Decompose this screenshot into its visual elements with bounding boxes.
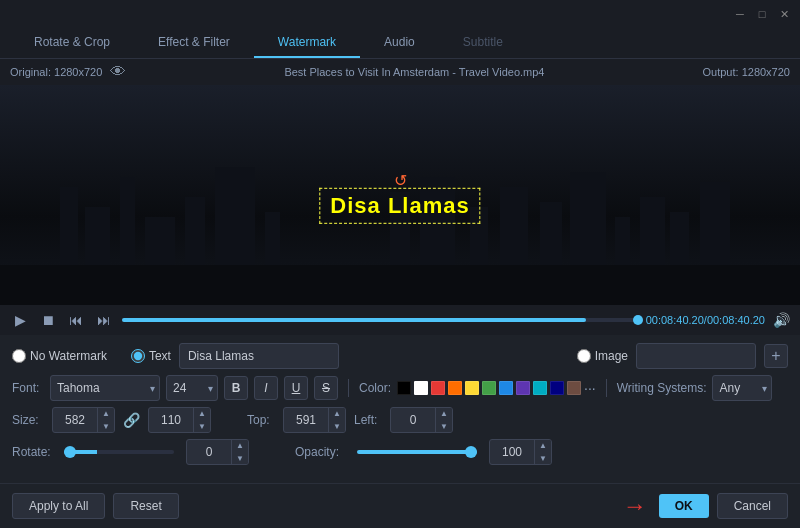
image-path-input[interactable]	[636, 343, 756, 369]
swatch-black[interactable]	[397, 381, 411, 395]
next-button[interactable]: ⏭	[94, 310, 114, 330]
ok-button[interactable]: OK	[659, 494, 709, 518]
rotate-input-wrap: ▲ ▼	[186, 439, 249, 465]
top-down[interactable]: ▼	[329, 420, 345, 433]
italic-button[interactable]: I	[254, 376, 278, 400]
text-option[interactable]: Text	[131, 349, 171, 363]
bottom-row: Apply to All Reset → OK Cancel	[0, 483, 800, 528]
video-filename: Best Places to Visit In Amsterdam - Trav…	[284, 66, 544, 78]
cancel-button[interactable]: Cancel	[717, 493, 788, 519]
playback-bar: ▶ ⏹ ⏮ ⏭ 00:08:40.20/00:08:40.20 🔊	[0, 305, 800, 335]
height-up[interactable]: ▲	[194, 407, 210, 420]
rotate-input[interactable]	[187, 445, 231, 459]
link-dimensions-icon[interactable]: 🔗	[123, 412, 140, 428]
title-bar: ─ □ ✕	[0, 0, 800, 28]
left-input-wrap: ▲ ▼	[390, 407, 453, 433]
swatch-brown[interactable]	[567, 381, 581, 395]
progress-bar[interactable]	[122, 318, 638, 322]
writing-select-wrap: Any	[712, 375, 772, 401]
font-size-select-wrap: 24	[166, 375, 218, 401]
action-buttons: Apply to All Reset	[12, 493, 179, 519]
color-swatches: ···	[397, 380, 596, 396]
writing-select[interactable]: Any	[712, 375, 772, 401]
tab-effect-filter[interactable]: Effect & Filter	[134, 28, 254, 58]
opacity-slider[interactable]	[357, 450, 477, 454]
close-button[interactable]: ✕	[776, 6, 792, 22]
add-image-button[interactable]: +	[764, 344, 788, 368]
font-family-select[interactable]: Tahoma	[50, 375, 160, 401]
swatch-red[interactable]	[431, 381, 445, 395]
swatch-navy[interactable]	[550, 381, 564, 395]
top-up[interactable]: ▲	[329, 407, 345, 420]
swatch-green[interactable]	[482, 381, 496, 395]
swatch-orange[interactable]	[448, 381, 462, 395]
opacity-up[interactable]: ▲	[535, 439, 551, 452]
main-action-buttons: → OK Cancel	[623, 492, 788, 520]
play-button[interactable]: ▶	[10, 310, 30, 330]
rotate-handle[interactable]: ↺	[394, 171, 407, 190]
stop-button[interactable]: ⏹	[38, 310, 58, 330]
height-input-wrap: ▲ ▼	[148, 407, 211, 433]
more-colors-button[interactable]: ···	[584, 380, 596, 396]
top-input[interactable]	[284, 413, 328, 427]
width-down[interactable]: ▼	[98, 420, 114, 433]
left-down[interactable]: ▼	[436, 420, 452, 433]
watermark-text-display: Disa Llamas	[330, 193, 469, 218]
size-label: Size:	[12, 413, 44, 427]
bold-button[interactable]: B	[224, 376, 248, 400]
rotate-slider[interactable]	[64, 450, 174, 454]
time-display: 00:08:40.20/00:08:40.20	[646, 314, 765, 326]
left-label: Left:	[354, 413, 382, 427]
tab-watermark[interactable]: Watermark	[254, 28, 360, 58]
swatch-yellow[interactable]	[465, 381, 479, 395]
rotate-label: Rotate:	[12, 445, 56, 459]
font-size-select[interactable]: 24	[166, 375, 218, 401]
tab-rotate-crop[interactable]: Rotate & Crop	[10, 28, 134, 58]
text-radio[interactable]	[131, 349, 145, 363]
minimize-button[interactable]: ─	[732, 6, 748, 22]
top-input-wrap: ▲ ▼	[283, 407, 346, 433]
rotate-down[interactable]: ▼	[232, 452, 248, 465]
no-watermark-option[interactable]: No Watermark	[12, 349, 107, 363]
video-info-bar: Original: 1280x720 👁 Best Places to Visi…	[0, 59, 800, 85]
opacity-label: Opacity:	[295, 445, 349, 459]
swatch-cyan[interactable]	[533, 381, 547, 395]
size-position-row: Size: ▲ ▼ 🔗 ▲ ▼ Top: ▲ ▼ Left:	[12, 407, 788, 433]
volume-icon[interactable]: 🔊	[773, 312, 790, 328]
apply-all-button[interactable]: Apply to All	[12, 493, 105, 519]
left-up[interactable]: ▲	[436, 407, 452, 420]
image-option[interactable]: Image	[577, 349, 628, 363]
font-family-select-wrap: Tahoma	[50, 375, 160, 401]
font-row: Font: Tahoma 24 B I U S Color:	[12, 375, 788, 401]
reset-button[interactable]: Reset	[113, 493, 178, 519]
tab-audio[interactable]: Audio	[360, 28, 439, 58]
opacity-down[interactable]: ▼	[535, 452, 551, 465]
watermark-text-input[interactable]	[179, 343, 339, 369]
height-input[interactable]	[149, 413, 193, 427]
maximize-button[interactable]: □	[754, 6, 770, 22]
image-radio[interactable]	[577, 349, 591, 363]
top-label: Top:	[247, 413, 275, 427]
swatch-purple[interactable]	[516, 381, 530, 395]
opacity-input-wrap: ▲ ▼	[489, 439, 552, 465]
swatch-blue[interactable]	[499, 381, 513, 395]
eye-icon[interactable]: 👁	[110, 63, 126, 81]
opacity-input[interactable]	[490, 445, 534, 459]
watermark-type-row: No Watermark Text Image +	[12, 343, 788, 369]
video-preview: ↺ Disa Llamas	[0, 85, 800, 305]
underline-button[interactable]: U	[284, 376, 308, 400]
prev-button[interactable]: ⏮	[66, 310, 86, 330]
watermark-overlay[interactable]: ↺ Disa Llamas	[319, 188, 480, 224]
width-input[interactable]	[53, 413, 97, 427]
rotate-up[interactable]: ▲	[232, 439, 248, 452]
no-watermark-radio[interactable]	[12, 349, 26, 363]
original-resolution: Original: 1280x720	[10, 66, 102, 78]
writing-systems-label: Writing Systems:	[617, 381, 707, 395]
strikethrough-button[interactable]: S	[314, 376, 338, 400]
height-down[interactable]: ▼	[194, 420, 210, 433]
width-up[interactable]: ▲	[98, 407, 114, 420]
swatch-white[interactable]	[414, 381, 428, 395]
left-input[interactable]	[391, 413, 435, 427]
controls-panel: No Watermark Text Image + Font: Tahoma 2…	[0, 335, 800, 479]
color-label: Color:	[359, 381, 391, 395]
